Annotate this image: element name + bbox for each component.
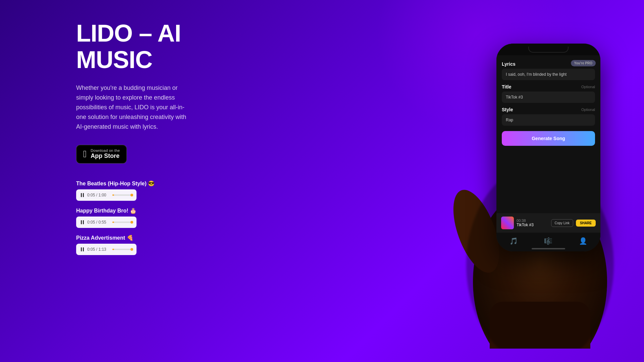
profile-icon: 👤 — [579, 237, 587, 245]
home-indicator — [532, 248, 565, 249]
player-track-name: TikTok #3 — [517, 223, 548, 227]
time-display-1: 0:05 / 1:00 — [87, 193, 109, 197]
song-item-2: Happy Birthday Bro! 🎂 0:05 / 0:55 — [76, 207, 277, 228]
style-input[interactable] — [502, 114, 595, 126]
player-time: 00:38 — [517, 219, 548, 223]
music-icon: 🎵 — [509, 237, 518, 245]
apple-icon:  — [83, 149, 87, 159]
progress-bar-1[interactable] — [112, 194, 132, 196]
time-display-3: 0:05 / 1:13 — [87, 247, 109, 252]
app-store-button[interactable]:  Download on the App Store — [76, 145, 127, 164]
nav-item-profile[interactable]: 👤 — [579, 237, 587, 245]
progress-dot-1 — [130, 194, 133, 196]
song-list: The Beatles (Hip-Hop Style) 😎 0:05 / 1:0… — [76, 180, 277, 255]
song-item-1: The Beatles (Hip-Hop Style) 😎 0:05 / 1:0… — [76, 180, 277, 201]
phone-screen: You're PRO Lyrics Title Optional Style O… — [496, 55, 600, 251]
progress-fill-2 — [112, 222, 114, 223]
app-store-text: Download on the App Store — [91, 148, 120, 160]
title-line-1: LIDO – AI — [76, 20, 181, 47]
phone-notch-area — [496, 44, 600, 55]
app-description: Whether you're a budding musician or sim… — [76, 83, 194, 131]
style-optional: Optional — [581, 108, 595, 112]
progress-dot-2 — [130, 221, 133, 224]
pause-button-1[interactable] — [81, 193, 84, 197]
phone-notch — [528, 47, 569, 53]
pause-icon-3 — [81, 247, 84, 251]
hero-section: LIDO – AI MUSIC Whether you're a budding… — [76, 20, 277, 255]
style-field-header: Style Optional — [502, 107, 595, 112]
app-store-big-text: App Store — [91, 153, 120, 160]
audio-player-3: 0:05 / 1:13 — [76, 244, 137, 255]
pause-icon-1 — [81, 193, 84, 197]
lyrics-input[interactable] — [502, 69, 595, 80]
song-item-3: Pizza Advertisment 🍕 0:05 / 1:13 — [76, 235, 277, 255]
title-field-header: Title Optional — [502, 84, 595, 89]
app-store-small-text: Download on the — [91, 148, 120, 153]
app-content: Lyrics Title Optional Style Optional Gen… — [496, 55, 600, 146]
nav-item-music[interactable]: 🎵 — [509, 237, 518, 245]
style-label: Style — [502, 107, 513, 112]
time-display-2: 0:05 / 0:55 — [87, 220, 109, 225]
audio-player-2: 0:05 / 0:55 — [76, 217, 137, 228]
pause-button-2[interactable] — [81, 220, 84, 224]
pause-icon-2 — [81, 220, 84, 224]
progress-bar-2[interactable] — [112, 222, 132, 223]
compose-icon: 🎼 — [544, 237, 552, 245]
progress-fill-3 — [112, 249, 114, 250]
title-input[interactable] — [502, 92, 595, 103]
nav-item-compose[interactable]: 🎼 — [544, 237, 552, 245]
track-thumbnail — [501, 217, 514, 229]
copy-link-button[interactable]: Copy Link — [551, 219, 573, 227]
song-title-3: Pizza Advertisment 🍕 — [76, 235, 277, 241]
progress-dot-3 — [130, 248, 133, 251]
track-info: 00:38 TikTok #3 — [517, 219, 548, 227]
bottom-player: 00:38 TikTok #3 Copy Link SHARE — [496, 213, 600, 233]
song-title-1: The Beatles (Hip-Hop Style) 😎 — [76, 180, 277, 187]
title-label: Title — [502, 84, 512, 89]
phone-frame: You're PRO Lyrics Title Optional Style O… — [496, 44, 600, 251]
progress-fill-1 — [112, 194, 114, 196]
title-optional: Optional — [581, 85, 595, 89]
generate-song-button[interactable]: Generate Song — [502, 131, 595, 146]
share-button[interactable]: SHARE — [576, 220, 596, 227]
pause-button-3[interactable] — [81, 247, 84, 251]
glow-decoration-2 — [34, 295, 201, 362]
progress-bar-3[interactable] — [112, 249, 132, 250]
app-title: LIDO – AI MUSIC — [76, 20, 277, 73]
phone-container: You're PRO Lyrics Title Optional Style O… — [470, 17, 624, 332]
title-line-2: MUSIC — [76, 46, 152, 73]
song-title-2: Happy Birthday Bro! 🎂 — [76, 207, 277, 214]
lyrics-label: Lyrics — [502, 61, 595, 67]
thumbnail-image — [501, 217, 514, 229]
audio-player-1: 0:05 / 1:00 — [76, 189, 137, 201]
